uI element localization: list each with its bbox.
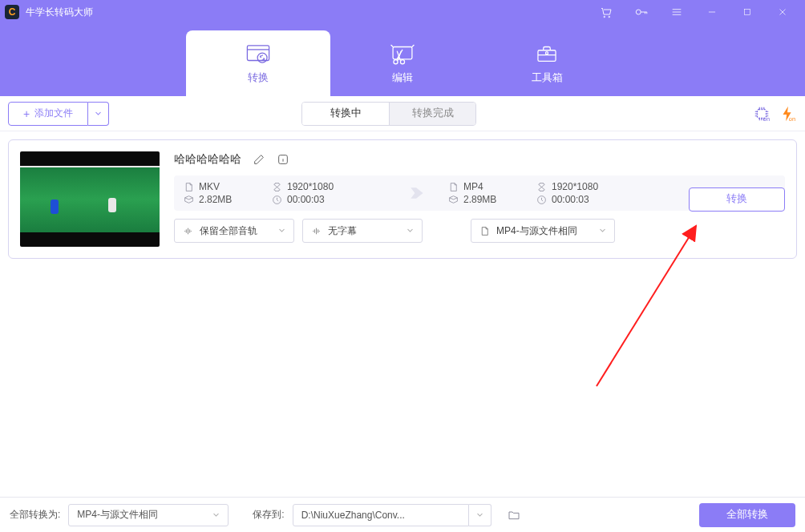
titlebar: C 牛学长转码大师: [0, 0, 805, 24]
svg-point-10: [545, 52, 548, 54]
svg-text:on: on: [763, 115, 770, 123]
subtitle-option-label: 无字幕: [328, 224, 357, 238]
arrow-icon: [376, 184, 448, 202]
edit-icon: [389, 42, 416, 66]
file-name: 哈哈哈哈哈哈: [174, 152, 241, 167]
svg-point-5: [257, 53, 267, 62]
footer-format-value: MP4-与源文件相同: [77, 508, 158, 522]
src-resolution: 1920*1080: [287, 181, 334, 192]
src-container: MKV: [199, 181, 220, 192]
tab-convert[interactable]: 转换: [186, 30, 330, 96]
footer-format-select[interactable]: MP4-与源文件相同: [68, 504, 229, 526]
save-to-label: 保存到:: [253, 508, 284, 522]
subtitle-select[interactable]: 无字幕: [302, 219, 423, 243]
file-icon: [479, 226, 490, 236]
status-segmented: 转换中 转换完成: [301, 102, 476, 126]
svg-point-7: [394, 60, 398, 64]
file-list: 哈哈哈哈哈哈 MKV 2.82MB 1920*1080 00:00:03 MP4: [0, 131, 805, 267]
toolbar: + 添加文件 转换中 转换完成 on on: [0, 96, 805, 131]
seg-converting[interactable]: 转换中: [302, 103, 389, 125]
plus-icon: +: [23, 107, 30, 120]
svg-text:on: on: [789, 115, 795, 123]
src-duration: 00:00:03: [287, 194, 325, 205]
format-option-label: MP4-与源文件相同: [496, 224, 577, 238]
svg-rect-3: [745, 10, 750, 15]
dst-duration: 00:00:03: [552, 194, 589, 205]
toolbox-icon: [533, 42, 560, 66]
chevron-down-icon: [278, 225, 285, 236]
footer-path-dropdown[interactable]: [469, 504, 491, 526]
add-file-label: 添加文件: [34, 107, 73, 120]
fast-mode-icon[interactable]: on: [778, 104, 797, 123]
svg-rect-4: [247, 46, 269, 61]
audio-option-label: 保留全部音轨: [200, 224, 257, 238]
svg-point-2: [636, 10, 641, 14]
svg-point-8: [400, 60, 404, 64]
add-file-button[interactable]: + 添加文件: [8, 102, 88, 126]
info-icon[interactable]: [277, 153, 289, 166]
svg-point-0: [604, 16, 605, 18]
window-title: 牛学长转码大师: [26, 6, 93, 19]
dst-container: MP4: [463, 181, 483, 192]
tab-convert-label: 转换: [248, 71, 269, 85]
convert-button[interactable]: 转换: [689, 187, 785, 212]
key-icon[interactable]: [624, 0, 659, 24]
output-format-select[interactable]: MP4-与源文件相同: [471, 219, 615, 243]
seg-done[interactable]: 转换完成: [389, 103, 475, 125]
subtitle-icon: [311, 226, 322, 236]
chevron-down-icon: [407, 225, 414, 236]
open-folder-button[interactable]: [503, 504, 525, 526]
footer-path-value: D:\NiuXueZhang\Conv...: [301, 510, 405, 521]
footer-path-select[interactable]: D:\NiuXueZhang\Conv...: [293, 504, 469, 526]
add-file-group: + 添加文件: [8, 102, 109, 126]
maximize-button[interactable]: [730, 0, 765, 24]
add-file-dropdown[interactable]: [88, 102, 109, 126]
hw-accel-icon[interactable]: on: [752, 104, 771, 123]
close-button[interactable]: [765, 0, 800, 24]
audio-icon: [183, 226, 193, 236]
tab-toolbox[interactable]: 工具箱: [475, 30, 619, 96]
menu-icon[interactable]: [659, 0, 694, 24]
file-card: 哈哈哈哈哈哈 MKV 2.82MB 1920*1080 00:00:03 MP4: [8, 139, 797, 259]
footer: 全部转换为: MP4-与源文件相同 保存到: D:\NiuXueZhang\Co…: [0, 497, 805, 532]
chevron-down-icon: [212, 510, 220, 521]
dst-resolution: 1920*1080: [552, 181, 598, 192]
dst-size: 2.89MB: [463, 194, 496, 205]
tab-edit-label: 编辑: [392, 71, 413, 85]
svg-point-1: [609, 16, 610, 18]
chevron-down-icon: [599, 225, 606, 236]
app-logo: C: [5, 5, 19, 19]
tab-toolbox-label: 工具箱: [532, 71, 563, 85]
tab-edit[interactable]: 编辑: [330, 30, 475, 96]
all-convert-to-label: 全部转换为:: [10, 508, 60, 522]
audio-track-select[interactable]: 保留全部音轨: [174, 219, 294, 243]
primary-tabs: 转换 编辑 工具箱: [0, 24, 805, 96]
svg-rect-6: [393, 47, 412, 59]
video-thumbnail[interactable]: [20, 151, 160, 247]
minimize-button[interactable]: [694, 0, 730, 24]
src-size: 2.82MB: [199, 194, 232, 205]
convert-icon: [245, 42, 272, 66]
convert-all-button[interactable]: 全部转换: [699, 503, 795, 527]
cart-icon[interactable]: [589, 0, 624, 24]
rename-icon[interactable]: [253, 153, 265, 166]
